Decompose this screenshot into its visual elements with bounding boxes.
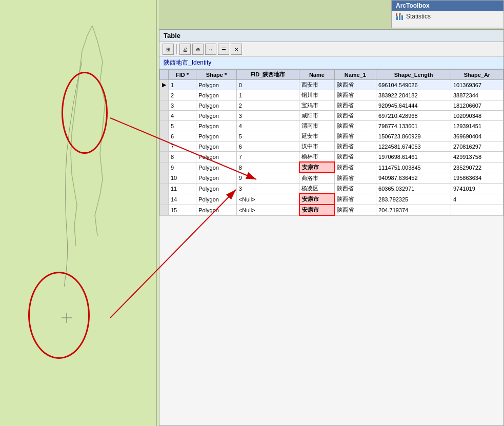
cell-r5-c6: 1506723.860929 (376, 131, 451, 141)
toolbar-grid-btn[interactable]: ⊞ (163, 44, 174, 55)
cell-r6-c6: 1224581.674053 (376, 141, 451, 152)
cell-r12-c7 (451, 205, 503, 215)
cell-r5-c5: 陕西省 (334, 131, 376, 141)
cell-r11-c3: <Null> (236, 194, 299, 205)
toolbar-switch-btn[interactable]: ↔ (205, 44, 216, 55)
table-row[interactable]: 10Polygon9商洛市陕西省940987.636452195863634 (160, 173, 503, 184)
cell-r3-c6: 697210.428968 (376, 111, 451, 121)
table-row[interactable]: 4Polygon3咸阳市陕西省697210.428968102090348 (160, 111, 503, 121)
map-svg (0, 0, 159, 426)
cell-r2-c0 (160, 100, 169, 111)
cell-r11-c0 (160, 194, 169, 205)
table-header-row: FID * Shape * FID_陕西地市 Name Name_1 Shape… (160, 70, 503, 80)
cell-r9-c4: 商洛市 (299, 173, 334, 184)
col-name1[interactable]: Name_1 (334, 70, 376, 80)
cell-r4-c7: 129391451 (451, 121, 503, 131)
cell-r6-c4: 汉中市 (299, 141, 334, 152)
toolbar-print-btn[interactable]: 🖨 (179, 44, 191, 55)
col-name[interactable]: Name (299, 70, 334, 80)
cell-r9-c7: 195863634 (451, 173, 503, 184)
table-row[interactable]: 5Polygon4渭南市陕西省798774.133601129391451 (160, 121, 503, 131)
table-row[interactable]: 8Polygon7榆林市陕西省1970698.61461429913758 (160, 152, 503, 163)
col-indicator (160, 70, 169, 80)
cell-r8-c4: 安康市 (299, 162, 334, 173)
cell-r2-c1: 3 (169, 100, 196, 111)
table-row[interactable]: 11Polygon3杨凌区陕西省60365.0329719741019 (160, 184, 503, 194)
cell-r2-c6: 920945.641444 (376, 100, 451, 111)
table-panel: Table ⊞ 🖨 ⊕ ↔ ☰ ✕ 陕西地市_Identity FID * Sh… (159, 29, 504, 426)
toolbar-close-btn[interactable]: ✕ (231, 44, 242, 55)
cell-r4-c5: 陕西省 (334, 121, 376, 131)
cell-r5-c3: 5 (236, 131, 299, 141)
cell-r0-c4: 西安市 (299, 80, 334, 90)
table-panel-title: Table (159, 30, 503, 42)
red-circle-top (62, 72, 108, 154)
cell-r1-c7: 38872344 (451, 90, 503, 100)
cell-r10-c3: 3 (236, 184, 299, 194)
table-row[interactable]: ▶1Polygon0西安市陕西省696104.549026101369367 (160, 80, 503, 90)
cell-r4-c2: Polygon (196, 121, 237, 131)
cell-r9-c3: 9 (236, 173, 299, 184)
col-shape[interactable]: Shape * (196, 70, 237, 80)
cell-r6-c1: 7 (169, 141, 196, 152)
cell-r10-c7: 9741019 (451, 184, 503, 194)
table-row[interactable]: 9Polygon8安康市陕西省1114751.003845235290722 (160, 162, 503, 173)
toolbar: ⊞ 🖨 ⊕ ↔ ☰ ✕ (159, 42, 503, 57)
cell-r9-c0 (160, 173, 169, 184)
cell-r0-c0: ▶ (160, 80, 169, 90)
cell-r5-c4: 延安市 (299, 131, 334, 141)
statistics-label: Statistics (406, 13, 431, 20)
cell-r5-c7: 369690404 (451, 131, 503, 141)
cell-r12-c1: 15 (169, 205, 196, 215)
cell-r8-c7: 235290722 (451, 162, 503, 173)
cell-r3-c4: 咸阳市 (299, 111, 334, 121)
cell-r7-c0 (160, 152, 169, 163)
cell-r8-c3: 8 (236, 162, 299, 173)
cell-r9-c6: 940987.636452 (376, 173, 451, 184)
cell-r6-c7: 270816297 (451, 141, 503, 152)
cell-r1-c2: Polygon (196, 90, 237, 100)
cell-r8-c5: 陕西省 (334, 162, 376, 173)
table-row[interactable]: 7Polygon6汉中市陕西省1224581.674053270816297 (160, 141, 503, 152)
chart-icon (396, 12, 404, 21)
cell-r7-c3: 7 (236, 152, 299, 163)
cell-r0-c6: 696104.549026 (376, 80, 451, 90)
svg-rect-4 (396, 16, 398, 20)
cell-r4-c6: 798774.133601 (376, 121, 451, 131)
table-row[interactable]: 6Polygon5延安市陕西省1506723.860929369690404 (160, 131, 503, 141)
cell-r11-c1: 14 (169, 194, 196, 205)
table-scroll[interactable]: FID * Shape * FID_陕西地市 Name Name_1 Shape… (159, 69, 503, 425)
col-fid[interactable]: FID * (169, 70, 196, 80)
col-shape-length[interactable]: Shape_Length (376, 70, 451, 80)
cell-r0-c2: Polygon (196, 80, 237, 90)
table-row[interactable]: 14Polygon<Null>安康市陕西省283.7923254 (160, 194, 503, 205)
svg-rect-5 (399, 14, 400, 20)
col-shape-ar[interactable]: Shape_Ar (451, 70, 503, 80)
cell-r2-c2: Polygon (196, 100, 237, 111)
cell-r12-c2: Polygon (196, 205, 237, 215)
cell-r5-c0 (160, 131, 169, 141)
cell-r0-c5: 陕西省 (334, 80, 376, 90)
cell-r9-c1: 10 (169, 173, 196, 184)
toolbar-export-btn[interactable]: ⊕ (192, 44, 204, 55)
cell-r1-c3: 1 (236, 90, 299, 100)
svg-rect-0 (0, 0, 159, 426)
table-row[interactable]: 3Polygon2宝鸡市陕西省920945.641444181206607 (160, 100, 503, 111)
table-row[interactable]: 2Polygon1铜川市陕西省383922.20418238872344 (160, 90, 503, 100)
arctoolbox-statistics-item[interactable]: Statistics (392, 11, 503, 22)
cell-r12-c3: <Null> (236, 205, 299, 215)
arctoolbox-title: ArcToolbox (392, 1, 503, 11)
col-fid2[interactable]: FID_陕西地市 (236, 70, 299, 80)
cell-r11-c4: 安康市 (299, 194, 334, 205)
cell-r0-c7: 101369367 (451, 80, 503, 90)
cell-r7-c7: 429913758 (451, 152, 503, 163)
red-circle-bottom (28, 272, 90, 359)
cell-r3-c7: 102090348 (451, 111, 503, 121)
table-row[interactable]: 15Polygon<Null>安康市陕西省204.719374 (160, 205, 503, 215)
cell-r12-c0 (160, 205, 169, 215)
svg-rect-7 (396, 13, 397, 16)
toolbar-menu-btn[interactable]: ☰ (218, 44, 229, 55)
layer-name-bar: 陕西地市_Identity (159, 57, 503, 69)
cell-r3-c3: 3 (236, 111, 299, 121)
svg-point-8 (399, 13, 401, 15)
